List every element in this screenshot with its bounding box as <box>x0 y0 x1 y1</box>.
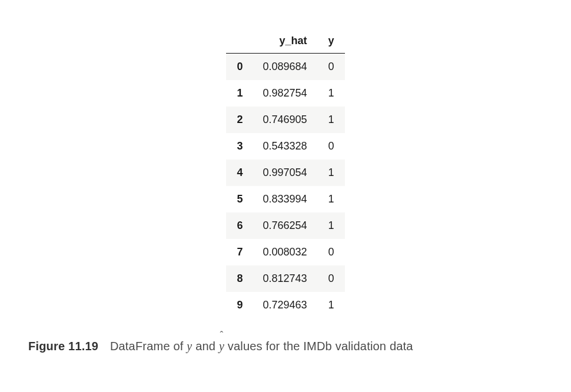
cell-y: 0 <box>318 239 345 265</box>
row-index: 8 <box>226 265 252 292</box>
figure-label: Figure 11.19 <box>28 340 98 353</box>
header-row: y_hat y <box>226 29 344 54</box>
caption-text-and: and <box>192 340 218 353</box>
header-index <box>226 29 252 54</box>
cell-y: 1 <box>318 186 345 212</box>
dataframe-table: y_hat y 0 0.089684 0 1 0.982754 1 2 0.74… <box>226 29 344 318</box>
variable-yhat: ˆy <box>219 340 224 353</box>
variable-yhat-base: y <box>219 340 224 353</box>
cell-yhat: 0.008032 <box>252 239 317 265</box>
table-row: 6 0.766254 1 <box>226 212 344 239</box>
table-row: 7 0.008032 0 <box>226 239 344 265</box>
row-index: 0 <box>226 53 252 80</box>
cell-yhat: 0.729463 <box>252 292 317 318</box>
cell-y: 1 <box>318 292 345 318</box>
row-index: 6 <box>226 212 252 239</box>
cell-y: 0 <box>318 133 345 160</box>
row-index: 4 <box>226 160 252 186</box>
cell-y: 1 <box>318 107 345 133</box>
header-yhat: y_hat <box>252 29 317 54</box>
table-row: 8 0.812743 0 <box>226 265 344 292</box>
table-row: 2 0.746905 1 <box>226 107 344 133</box>
row-index: 5 <box>226 186 252 212</box>
table-row: 1 0.982754 1 <box>226 80 344 107</box>
cell-yhat: 0.543328 <box>252 133 317 160</box>
table-row: 9 0.729463 1 <box>226 292 344 318</box>
cell-y: 1 <box>318 212 345 239</box>
cell-y: 0 <box>318 265 345 292</box>
cell-yhat: 0.089684 <box>252 53 317 80</box>
row-index: 9 <box>226 292 252 318</box>
table-row: 0 0.089684 0 <box>226 53 344 80</box>
caption-text-post: values for the IMDb validation data <box>224 340 413 353</box>
table-row: 4 0.997054 1 <box>226 160 344 186</box>
cell-yhat: 0.833994 <box>252 186 317 212</box>
row-index: 3 <box>226 133 252 160</box>
table-row: 5 0.833994 1 <box>226 186 344 212</box>
cell-y: 0 <box>318 53 345 80</box>
cell-yhat: 0.997054 <box>252 160 317 186</box>
table-row: 3 0.543328 0 <box>226 133 344 160</box>
row-index: 7 <box>226 239 252 265</box>
dataframe-table-container: y_hat y 0 0.089684 0 1 0.982754 1 2 0.74… <box>226 29 344 318</box>
cell-yhat: 0.746905 <box>252 107 317 133</box>
cell-yhat: 0.982754 <box>252 80 317 107</box>
header-y: y <box>318 29 345 54</box>
row-index: 2 <box>226 107 252 133</box>
caption-text-pre: DataFrame of <box>110 340 187 353</box>
cell-y: 1 <box>318 80 345 107</box>
cell-y: 1 <box>318 160 345 186</box>
figure-caption: Figure 11.19 DataFrame of y and ˆy value… <box>0 340 571 364</box>
cell-yhat: 0.812743 <box>252 265 317 292</box>
cell-yhat: 0.766254 <box>252 212 317 239</box>
row-index: 1 <box>226 80 252 107</box>
